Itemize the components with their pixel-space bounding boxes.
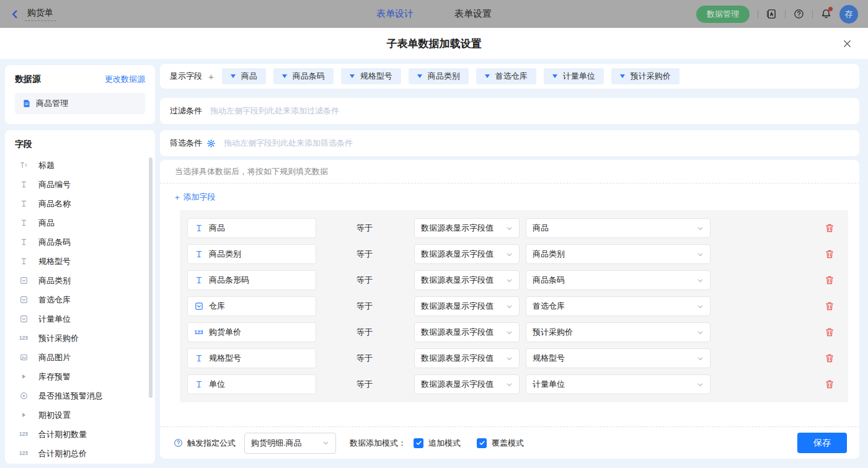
source-type-select[interactable]: 数据源表显示字段值 <box>414 322 520 342</box>
close-button[interactable] <box>843 39 852 48</box>
source-field-select[interactable]: 首选仓库 <box>526 296 711 316</box>
rule-row: 商品条形码 等于 数据源表显示字段值 商品条码 <box>187 270 841 290</box>
sidebar-field-item[interactable]: 123 合计期初数量 <box>15 425 151 444</box>
datasource-item[interactable]: 商品管理 <box>15 93 145 114</box>
overwrite-mode-checkbox[interactable]: 覆盖模式 <box>477 438 524 449</box>
display-field-tag[interactable]: 规格型号 <box>341 68 401 84</box>
select-icon <box>194 302 203 311</box>
formula-label: 触发指定公式 <box>187 438 236 449</box>
display-field-tag[interactable]: 计量单位 <box>544 68 604 84</box>
caret-down-icon <box>485 74 490 78</box>
formula-help-icon[interactable] <box>174 438 183 448</box>
caret-down-icon <box>620 74 625 78</box>
form-name[interactable]: 购货单 <box>25 7 56 21</box>
topbar-left: 购货单 <box>10 7 56 21</box>
add-field-button[interactable]: + 添加字段 <box>175 192 216 203</box>
rule-field-box[interactable]: 商品条形码 <box>187 270 316 290</box>
delete-rule-button[interactable] <box>825 327 835 337</box>
source-type-select[interactable]: 数据源表显示字段值 <box>414 270 520 290</box>
filter-condition-card[interactable]: 过滤条件 拖动左侧字段到此处来添加过滤条件 <box>160 98 859 124</box>
source-field-select[interactable]: 规格型号 <box>526 348 711 368</box>
source-field-select[interactable]: 商品 <box>526 218 711 238</box>
source-type-select[interactable]: 数据源表显示字段值 <box>414 374 520 394</box>
save-button[interactable]: 保存 <box>797 433 847 453</box>
field-label: 商品编号 <box>38 179 71 190</box>
source-type-select[interactable]: 数据源表显示字段值 <box>414 218 520 238</box>
tab-form-design[interactable]: 表单设计 <box>376 8 414 20</box>
field-label: 期初设置 <box>38 410 71 421</box>
rule-field-box[interactable]: 规格型号 <box>187 348 316 368</box>
source-type-value: 数据源表显示字段值 <box>421 327 494 338</box>
rule-row: 123 购货单价 等于 数据源表显示字段值 预计采购价 <box>187 322 841 342</box>
field-label: 商品 <box>38 218 55 229</box>
delete-rule-button[interactable] <box>825 275 835 285</box>
sidebar-field-item[interactable]: 商品类别 <box>15 271 151 290</box>
display-field-tag[interactable]: 预计采购价 <box>611 68 680 84</box>
rule-row: 商品 等于 数据源表显示字段值 商品 <box>187 218 841 238</box>
display-field-tag[interactable]: 商品条码 <box>273 68 334 84</box>
rule-row: 单位 等于 数据源表显示字段值 计量单位 <box>187 374 841 394</box>
tag-label: 计量单位 <box>563 71 595 82</box>
source-field-select[interactable]: 计量单位 <box>526 374 711 394</box>
change-datasource-link[interactable]: 更改数据源 <box>105 74 145 85</box>
sidebar-field-item[interactable]: 商品编号 <box>15 175 151 194</box>
display-field-tag[interactable]: 商品类别 <box>409 68 469 84</box>
sidebar-field-item[interactable]: 是否推送预警消息 <box>15 386 151 405</box>
source-type-select[interactable]: 数据源表显示字段值 <box>414 244 520 264</box>
display-field-tag[interactable]: 商品 <box>222 68 266 84</box>
field-label: 是否推送预警消息 <box>38 391 103 402</box>
chevron-down-icon <box>697 355 704 362</box>
sidebar-field-item[interactable]: 商品图片 <box>15 348 151 367</box>
sidebar-field-item[interactable]: 标题 <box>15 156 151 175</box>
delete-rule-button[interactable] <box>825 301 835 311</box>
rule-field-box[interactable]: 单位 <box>187 374 316 394</box>
help-icon[interactable] <box>794 9 804 19</box>
data-manage-button[interactable]: 数据管理 <box>696 6 750 23</box>
rule-field-label: 单位 <box>209 379 225 390</box>
source-field-select[interactable]: 商品条码 <box>526 270 711 290</box>
scrollbar-thumb[interactable] <box>149 157 153 398</box>
delete-rule-button[interactable] <box>825 353 835 363</box>
notification-bell-icon[interactable] <box>821 9 831 19</box>
back-button[interactable] <box>10 9 20 19</box>
formula-select[interactable]: 购货明细.商品 <box>244 433 336 454</box>
rule-field-box[interactable]: 商品 <box>187 218 316 238</box>
source-type-select[interactable]: 数据源表显示字段值 <box>414 348 520 368</box>
delete-rule-button[interactable] <box>825 379 835 389</box>
append-mode-checkbox[interactable]: 追加模式 <box>414 438 461 449</box>
source-type-value: 数据源表显示字段值 <box>421 223 494 234</box>
sidebar-field-item[interactable]: 规格型号 <box>15 252 151 271</box>
source-type-value: 数据源表显示字段值 <box>421 379 494 390</box>
sidebar-field-item[interactable]: 123 合计期初总价 <box>15 444 151 463</box>
source-field-value: 商品类别 <box>533 249 565 260</box>
sidebar-field-item[interactable]: 首选仓库 <box>15 290 151 309</box>
divider <box>812 10 813 19</box>
directory-icon[interactable] <box>766 9 777 19</box>
sidebar-field-item[interactable]: 商品名称 <box>15 194 151 213</box>
sidebar-field-item[interactable]: 商品 <box>15 213 151 232</box>
sift-condition-card[interactable]: 筛选条件 拖动左侧字段到此处来添加筛选条件 <box>160 130 859 156</box>
rule-field-box[interactable]: 123 购货单价 <box>187 322 316 342</box>
avatar[interactable]: 存 <box>839 5 858 24</box>
tab-form-settings[interactable]: 表单设置 <box>454 8 492 20</box>
field-label: 首选仓库 <box>38 294 71 306</box>
sidebar-field-item[interactable]: 商品条码 <box>15 232 151 252</box>
sidebar-field-item[interactable]: 库存预警 <box>15 367 151 386</box>
source-field-select[interactable]: 商品类别 <box>526 244 711 264</box>
delete-rule-button[interactable] <box>825 223 835 233</box>
source-field-select[interactable]: 预计采购价 <box>526 322 711 342</box>
rule-field-box[interactable]: 仓库 <box>187 296 316 316</box>
sidebar-field-item[interactable]: 期初设置 <box>15 405 151 425</box>
add-display-field-button[interactable]: + <box>208 71 214 82</box>
display-field-tag[interactable]: 首选仓库 <box>476 68 536 84</box>
sidebar-field-item[interactable]: 计量单位 <box>15 309 151 329</box>
delete-rule-button[interactable] <box>825 249 835 259</box>
plus-icon: + <box>175 193 180 202</box>
sidebar-field-item[interactable]: 123 预计采购价 <box>15 329 151 348</box>
rule-field-box[interactable]: 商品类别 <box>187 244 316 264</box>
chevron-down-icon <box>697 381 704 388</box>
topbar-right: 数据管理 存 <box>696 5 858 24</box>
source-type-select[interactable]: 数据源表显示字段值 <box>414 296 520 316</box>
gear-icon[interactable] <box>207 139 215 148</box>
tag-label: 预计采购价 <box>631 71 671 82</box>
